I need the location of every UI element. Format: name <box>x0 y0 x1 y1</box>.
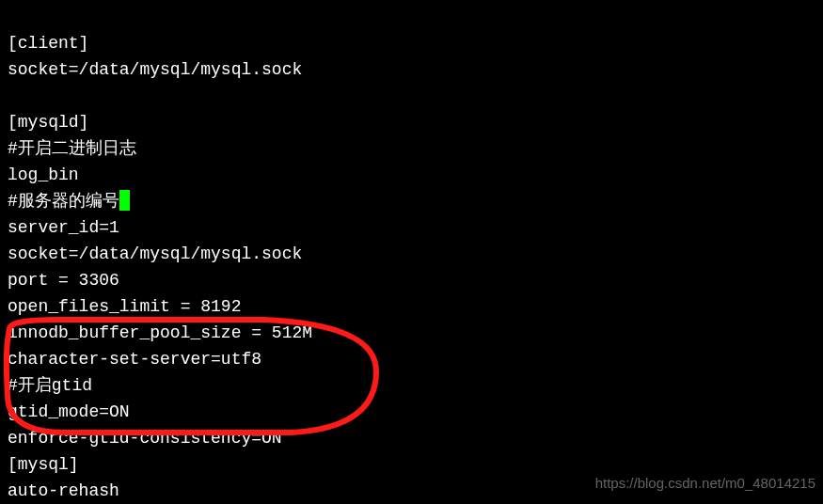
config-line: #开启gtid <box>8 376 92 395</box>
config-line: server_id=1 <box>8 218 119 237</box>
config-line: socket=/data/mysql/mysql.sock <box>8 244 302 263</box>
config-line: [mysql] <box>8 455 79 474</box>
config-line: open_files_limit = 8192 <box>8 297 241 316</box>
config-line: innodb_buffer_pool_size = 512M <box>8 323 312 342</box>
config-line: #服务器的编号 <box>8 192 119 211</box>
config-line: socket=/data/mysql/mysql.sock <box>8 60 302 79</box>
config-line: gtid_mode=ON <box>8 402 130 421</box>
terminal-output: [client] socket=/data/mysql/mysql.sock [… <box>0 0 823 504</box>
config-line: enforce-gtid-consistency=ON <box>8 429 282 448</box>
watermark-text: https://blog.csdn.net/m0_48014215 <box>595 470 815 496</box>
config-line: [client] <box>8 34 88 53</box>
config-line: #开启二进制日志 <box>8 139 136 158</box>
cursor-block <box>119 190 130 211</box>
config-line: log_bin <box>8 165 79 184</box>
config-line: [mysqld] <box>8 113 88 132</box>
config-line: auto-rehash <box>8 481 119 500</box>
config-line: port = 3306 <box>8 271 119 290</box>
config-line: character-set-server=utf8 <box>8 350 261 369</box>
